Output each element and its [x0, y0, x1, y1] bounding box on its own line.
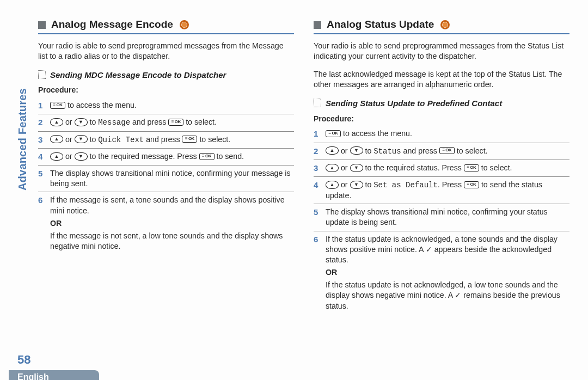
step-row: 4 or to Set as Default. Press to send th…	[314, 177, 569, 204]
step-body: to access the menu.	[326, 128, 569, 139]
step-number: 2	[314, 146, 326, 157]
menu-item-set-as-default: Set as Default	[373, 181, 438, 189]
step-number: 3	[314, 163, 326, 174]
step-text: to	[363, 146, 374, 155]
step-text: or	[63, 118, 75, 126]
step-body: If the status update is acknowledged, a …	[326, 234, 569, 311]
section-bullet-icon	[314, 21, 321, 29]
step-text: to	[88, 135, 99, 144]
down-button-icon	[350, 146, 363, 155]
step-number: 1	[314, 128, 326, 139]
ok-button-icon	[464, 181, 479, 188]
ok-button-icon	[326, 130, 341, 137]
step-number: 4	[38, 151, 50, 162]
step-row: 5 The display shows transitional mini no…	[38, 166, 294, 192]
procedure-steps-left: 1 to access the menu. 2 or to Message an…	[38, 97, 294, 254]
ok-button-icon	[199, 153, 215, 160]
step-text: or	[339, 180, 350, 189]
up-button-icon	[326, 164, 339, 172]
step-number: 1	[38, 100, 50, 111]
menu-item-quick-text: Quick Text	[98, 136, 144, 144]
step-text: and press	[130, 118, 168, 126]
or-label: OR	[50, 218, 294, 229]
step-text: to	[88, 118, 99, 126]
procedure-topic-icon	[314, 99, 321, 107]
right-column: Analog Status Update Your radio is able …	[314, 17, 569, 314]
step-body: The display shows transitional mini noti…	[326, 207, 569, 228]
step-text: and press	[144, 135, 182, 144]
step-body: or to Message and press to select.	[50, 117, 294, 128]
ok-button-icon	[439, 147, 455, 154]
subsection-heading: Sending Status Update to Predefined Cont…	[314, 97, 569, 109]
subsection-heading: Sending MDC Message Encode to Dispatcher	[38, 69, 294, 81]
section-bullet-icon	[38, 21, 46, 29]
step-text: to the required status. Press	[363, 163, 464, 172]
step-body: to access the menu.	[50, 100, 294, 111]
subsection-title: Sending Status Update to Predefined Cont…	[326, 98, 502, 109]
analog-mode-icon	[440, 20, 450, 29]
step-text: The display shows transitional mini noti…	[50, 169, 291, 188]
procedure-label: Procedure:	[314, 114, 569, 124]
step-body: or to the required status. Press to sele…	[326, 163, 569, 174]
step-text: or	[63, 135, 75, 144]
down-button-icon	[75, 152, 88, 161]
step-row: 6 If the message is sent, a tone sounds …	[38, 192, 294, 254]
step-number: 2	[38, 117, 50, 128]
step-row: 2 or to Message and press to select.	[38, 114, 294, 131]
ok-button-icon	[182, 136, 197, 143]
step-row: 1 to access the menu.	[314, 126, 569, 143]
step-number: 6	[314, 234, 326, 311]
up-button-icon	[50, 152, 63, 161]
language-band: English	[9, 370, 99, 380]
section-heading-analog-message-encode: Analog Message Encode	[38, 17, 294, 34]
up-button-icon	[326, 181, 339, 189]
down-button-icon	[75, 118, 88, 126]
step-text: to select.	[455, 146, 488, 155]
step-row: 2 or to Status and press to select.	[314, 143, 569, 160]
up-button-icon	[50, 118, 63, 126]
step-body: or to Set as Default. Press to send the …	[326, 180, 569, 201]
procedure-topic-icon	[38, 70, 46, 79]
step-row: 4 or to the required message. Press to s…	[38, 149, 294, 166]
manual-page: Advanced Features 58 English Analog Mess…	[0, 0, 588, 380]
step-body: If the message is sent, a tone sounds an…	[50, 195, 294, 252]
section-title: Analog Message Encode	[51, 17, 173, 32]
step-text: to access the menu.	[341, 129, 412, 138]
or-label: OR	[326, 267, 569, 278]
step-text: to the required message. Press	[88, 152, 199, 161]
ok-button-icon	[168, 119, 183, 126]
intro-paragraph: The last acknowledged message is kept at…	[314, 69, 569, 90]
step-row: 5 The display shows transitional mini no…	[314, 204, 569, 231]
step-text: to select.	[197, 135, 230, 144]
step-text: to	[363, 180, 374, 189]
procedure-steps-right: 1 to access the menu. 2 or to Status and…	[314, 126, 569, 314]
step-text: or	[63, 152, 75, 161]
step-text: to select.	[183, 118, 217, 126]
step-number: 5	[38, 168, 50, 189]
checkmark-icon: ✓	[426, 245, 432, 254]
menu-item-status: Status	[373, 147, 401, 156]
ok-button-icon	[50, 102, 65, 109]
up-button-icon	[50, 135, 63, 143]
step-number: 6	[38, 195, 50, 252]
step-text: If the message is not sent, a low tone s…	[50, 231, 283, 250]
step-row: 1 to access the menu.	[38, 97, 294, 114]
step-text: or	[339, 146, 350, 155]
section-heading-analog-status-update: Analog Status Update	[314, 17, 569, 34]
section-title: Analog Status Update	[327, 17, 434, 32]
step-row: 6 If the status update is acknowledged, …	[314, 231, 569, 314]
up-button-icon	[326, 146, 339, 155]
step-text: If the message is sent, a tone sounds an…	[50, 195, 285, 214]
page-number: 58	[17, 353, 30, 367]
intro-paragraph: Your radio is able to send preprogrammed…	[38, 41, 294, 62]
down-button-icon	[350, 181, 363, 189]
procedure-label: Procedure:	[38, 85, 294, 95]
step-number: 3	[38, 134, 50, 145]
step-body: or to Status and press to select.	[326, 146, 569, 157]
step-body: The display shows transitional mini noti…	[50, 168, 294, 189]
step-row: 3 or to Quick Text and press to select.	[38, 132, 294, 149]
down-button-icon	[350, 164, 363, 172]
step-text: . Press	[438, 180, 464, 189]
step-body: or to the required message. Press to sen…	[50, 151, 294, 162]
ok-button-icon	[464, 164, 479, 171]
